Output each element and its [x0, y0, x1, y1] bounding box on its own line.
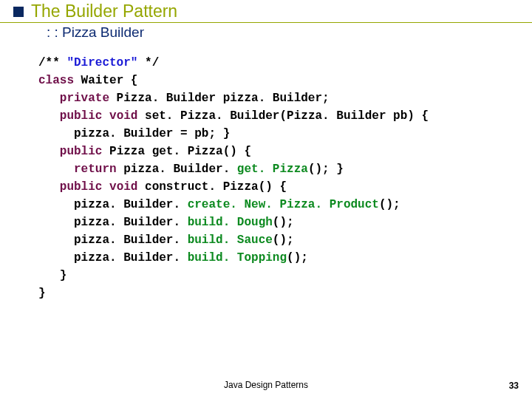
code-line: }: [38, 269, 66, 282]
page-number: 33: [509, 381, 519, 391]
title-row: The Builder Pattern: [0, 1, 532, 23]
code-line: pizza. Builder. build. Sauce();: [38, 233, 294, 247]
subtitle-row: : : Pizza Builder: [0, 23, 532, 41]
slide-title: The Builder Pattern: [31, 1, 177, 21]
code-line: public Pizza get. Pizza() {: [38, 145, 251, 158]
code-line: pizza. Builder = pb; }: [38, 127, 230, 140]
code-line: return pizza. Builder. get. Pizza(); }: [38, 163, 344, 176]
title-bullet-icon: [13, 7, 24, 17]
code-line: pizza. Builder. build. Topping();: [38, 251, 308, 265]
code-line: private Pizza. Builder pizza. Builder;: [38, 92, 330, 105]
code-line: pizza. Builder. create. New. Pizza. Prod…: [38, 198, 400, 211]
code-line: pizza. Builder. build. Dough();: [38, 216, 294, 229]
slide-header: The Builder Pattern : : Pizza Builder: [0, 0, 532, 41]
code-line: class Waiter {: [38, 74, 137, 87]
slide-subtitle: : : Pizza Builder: [47, 24, 144, 41]
code-line: public void construct. Pizza() {: [38, 180, 287, 194]
footer-center-text: Java Design Patterns: [0, 380, 532, 390]
code-line: public void set. Pizza. Builder(Pizza. B…: [38, 109, 429, 123]
code-block: /** "Director" */ class Waiter { private…: [38, 54, 532, 302]
code-line: }: [38, 287, 46, 300]
code-line: /** "Director" */: [38, 56, 159, 69]
